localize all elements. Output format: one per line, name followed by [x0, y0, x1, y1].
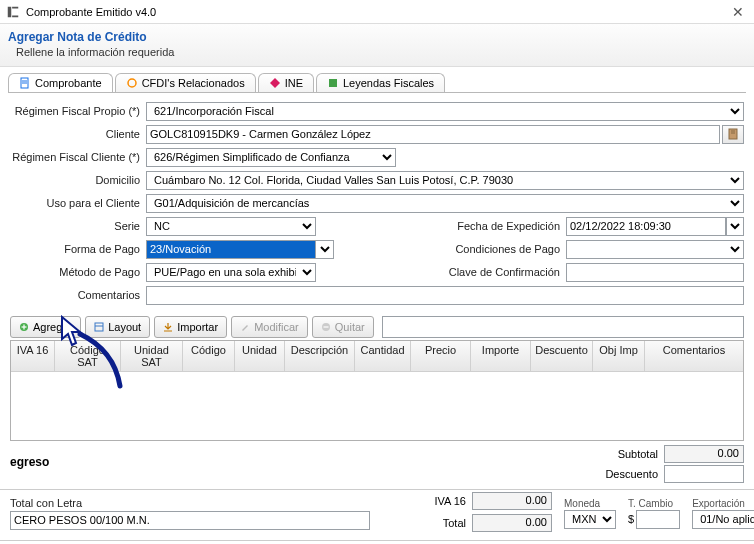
col-comentarios[interactable]: Comentarios	[645, 341, 743, 371]
header-title: Agregar Nota de Crédito	[8, 30, 746, 44]
items-grid: IVA 16 Código SAT Unidad SAT Código Unid…	[10, 340, 744, 441]
totals-bar: Total con Letra IVA 160.00 Total0.00 Mon…	[0, 489, 754, 540]
window-title: Comprobante Emitido v4.0	[26, 6, 728, 18]
dialog-buttons: Aceptar ✕ Cancelar	[0, 540, 754, 544]
svg-rect-1	[12, 6, 18, 8]
label-descuento: Descuento	[574, 468, 664, 480]
tab-bar: Comprobante CFDI's Relacionados INE Leye…	[0, 67, 754, 92]
svg-rect-2	[12, 15, 18, 17]
address-book-icon	[727, 128, 739, 140]
fecha-expedicion-input[interactable]	[566, 217, 726, 236]
book-icon	[327, 77, 339, 89]
label-regimen-cliente: Régimen Fiscal Cliente (*)	[10, 151, 146, 163]
col-unidad[interactable]: Unidad	[235, 341, 285, 371]
label-comentarios: Comentarios	[10, 289, 146, 301]
plus-icon	[19, 322, 29, 332]
label-regimen-propio: Régimen Fiscal Propio (*)	[10, 105, 146, 117]
diamond-icon	[269, 77, 281, 89]
condiciones-pago-select[interactable]	[566, 240, 744, 259]
regimen-propio-select[interactable]: 621/Incorporación Fiscal	[146, 102, 744, 121]
modificar-button[interactable]: Modificar	[231, 316, 308, 338]
header: Agregar Nota de Crédito Rellene la infor…	[0, 24, 754, 67]
label-moneda: Moneda	[564, 498, 600, 509]
col-cantidad[interactable]: Cantidad	[355, 341, 411, 371]
subtotal-value: 0.00	[664, 445, 744, 463]
layout-icon	[94, 322, 104, 332]
link-icon	[126, 77, 138, 89]
label-subtotal: Subtotal	[574, 448, 664, 460]
svg-rect-14	[95, 323, 103, 331]
label-serie: Serie	[10, 220, 146, 232]
tab-label: CFDI's Relacionados	[142, 77, 245, 89]
tab-ine[interactable]: INE	[258, 73, 314, 92]
cliente-browse-button[interactable]	[722, 125, 744, 144]
header-subtitle: Rellene la información requerida	[16, 46, 746, 58]
quitar-button[interactable]: Quitar	[312, 316, 374, 338]
label-exportacion: Exportación	[692, 498, 745, 509]
col-precio[interactable]: Precio	[411, 341, 471, 371]
tab-label: Comprobante	[35, 77, 102, 89]
grid-header: IVA 16 Código SAT Unidad SAT Código Unid…	[11, 341, 743, 372]
col-codigosat[interactable]: Código SAT	[55, 341, 121, 371]
tab-label: Leyendas Fiscales	[343, 77, 434, 89]
tcambio-input[interactable]	[636, 510, 680, 529]
regimen-cliente-select[interactable]: 626/Régimen Simplificado de Confianza	[146, 148, 396, 167]
moneda-select[interactable]: MXN	[564, 510, 616, 529]
svg-point-6	[128, 79, 136, 87]
app-icon	[6, 5, 20, 19]
tcambio-prefix: $	[628, 513, 634, 525]
tab-label: INE	[285, 77, 303, 89]
metodo-pago-select[interactable]: PUE/Pago en una sola exhibición	[146, 263, 316, 282]
forma-pago-select[interactable]: 23/Novación	[146, 240, 316, 259]
svg-rect-7	[329, 79, 337, 87]
clave-confirmacion-input[interactable]	[566, 263, 744, 282]
col-unidadsat[interactable]: Unidad SAT	[121, 341, 183, 371]
uso-cliente-select[interactable]: G01/Adquisición de mercancías	[146, 194, 744, 213]
label-cliente: Cliente	[10, 128, 146, 140]
grid-body[interactable]	[11, 372, 743, 440]
label-tcambio: T. Cambio	[628, 498, 673, 509]
fecha-expedicion-dropdown[interactable]	[726, 217, 744, 236]
items-toolbar: Agregar Layout Importar Modificar Quitar	[0, 312, 754, 338]
cliente-input[interactable]	[146, 125, 720, 144]
label-forma-pago: Forma de Pago	[10, 243, 146, 255]
total-value: 0.00	[472, 514, 552, 532]
label-clave-conf: Clave de Confirmación	[316, 266, 566, 278]
tab-comprobante[interactable]: Comprobante	[8, 73, 113, 92]
col-descripcion[interactable]: Descripción	[285, 341, 355, 371]
tab-leyendas[interactable]: Leyendas Fiscales	[316, 73, 445, 92]
label-total: Total	[382, 517, 472, 529]
tab-cfdi[interactable]: CFDI's Relacionados	[115, 73, 256, 92]
edit-icon	[240, 322, 250, 332]
serie-select[interactable]: NC	[146, 217, 316, 236]
label-iva16: IVA 16	[382, 495, 472, 507]
agregar-button[interactable]: Agregar	[10, 316, 81, 338]
col-codigo[interactable]: Código	[183, 341, 235, 371]
close-icon[interactable]: ✕	[728, 4, 748, 20]
import-icon	[163, 322, 173, 332]
label-condiciones: Condiciones de Pago	[334, 243, 566, 255]
layout-button[interactable]: Layout	[85, 316, 150, 338]
summary-area: egreso Subtotal 0.00 Descuento	[0, 441, 754, 485]
total-letra-input[interactable]	[10, 511, 370, 530]
importar-button[interactable]: Importar	[154, 316, 227, 338]
comentarios-input[interactable]	[146, 286, 744, 305]
total-letra-label: Total con Letra	[10, 497, 370, 509]
document-icon	[19, 77, 31, 89]
col-objimp[interactable]: Obj Imp	[593, 341, 645, 371]
descuento-input[interactable]	[664, 465, 744, 483]
form-panel: Régimen Fiscal Propio (*) 621/Incorporac…	[0, 93, 754, 312]
label-domicilio: Domicilio	[10, 174, 146, 186]
label-uso: Uso para el Cliente	[10, 197, 146, 209]
svg-rect-0	[8, 6, 12, 17]
exportacion-select[interactable]: 01/No aplica	[692, 510, 754, 529]
col-iva16[interactable]: IVA 16	[11, 341, 55, 371]
label-fecha-expedicion: Fecha de Expedición	[316, 220, 566, 232]
col-importe[interactable]: Importe	[471, 341, 531, 371]
egreso-label: egreso	[10, 455, 456, 469]
toolbar-search-input[interactable]	[382, 316, 744, 338]
col-descuento[interactable]: Descuento	[531, 341, 593, 371]
domicilio-select[interactable]: Cuámbaro No. 12 Col. Florida, Ciudad Val…	[146, 171, 744, 190]
forma-pago-dropdown[interactable]	[316, 240, 334, 259]
iva16-value: 0.00	[472, 492, 552, 510]
